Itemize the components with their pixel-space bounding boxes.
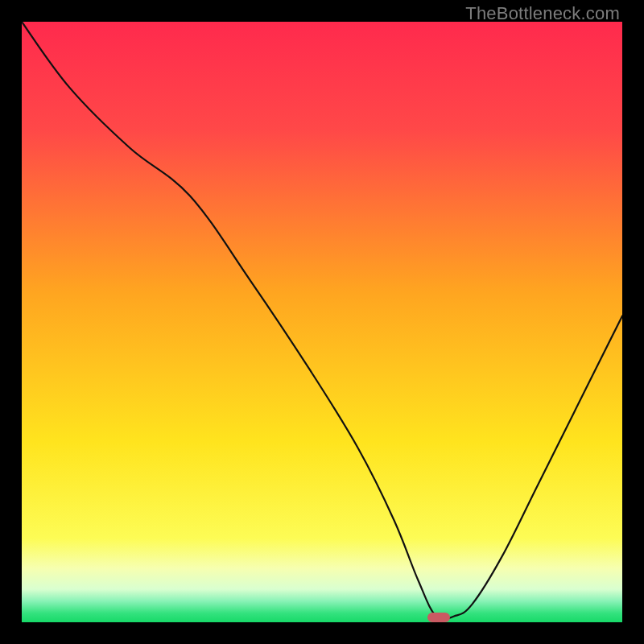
plot-area xyxy=(22,22,622,622)
optimal-marker xyxy=(427,613,450,622)
chart-frame: TheBottleneck.com xyxy=(0,0,644,644)
watermark-text: TheBottleneck.com xyxy=(465,3,620,24)
bottleneck-curve xyxy=(22,22,622,622)
